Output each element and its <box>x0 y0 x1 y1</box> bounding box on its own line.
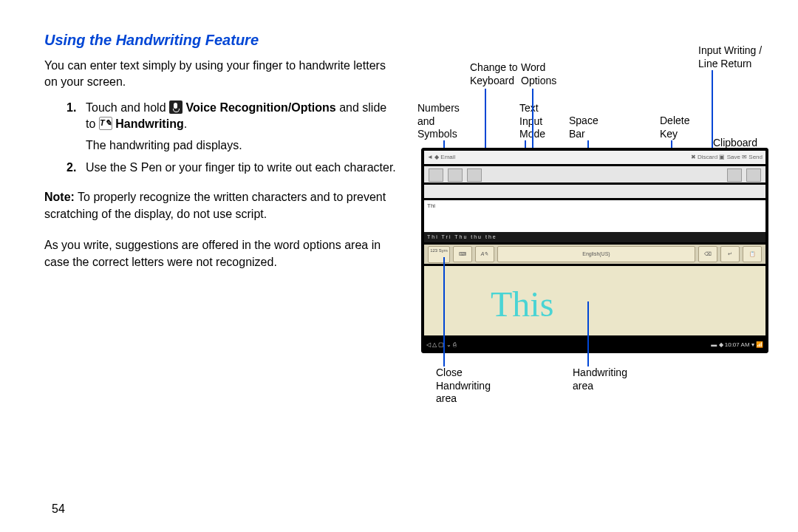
format-toolbar <box>424 185 765 198</box>
word-suggestions: Thi Tri Thu thu the <box>424 232 765 242</box>
label-space-bar: Space Bar <box>569 115 606 140</box>
keyboard-button: ⌨ <box>453 246 472 262</box>
email-nav-left: ◄ ◆ Email <box>427 151 455 164</box>
step-subtext: The handwriting pad displays. <box>86 137 399 154</box>
toolbar-button <box>448 168 463 182</box>
label-change-keyboard: Change to Keyboard <box>470 61 518 87</box>
label-numbers-symbols: Numbers and Symbols <box>417 102 462 141</box>
step-text: Use the S Pen or your finger tip to writ… <box>86 160 399 176</box>
toolbar-button <box>727 168 742 182</box>
sym-button: 123 Sym <box>428 246 450 263</box>
nav-left: ◁ △ ▢ ⌄ ⎙ <box>426 338 457 352</box>
device-screenshot: ◄ ◆ Email ✖ Discard ▣ Save ✉ Send Thi Th… <box>421 148 768 353</box>
label-input-writing: Input Writing / Line Return <box>698 44 772 70</box>
toolbar-button <box>746 168 761 182</box>
step-number: 2. <box>66 160 86 176</box>
nav-right: ▬ ◆ 10:07 AM ▾ 📶 <box>711 338 763 352</box>
handwriting-area: This <box>424 266 765 335</box>
paragraph: As you write, suggestions are offered in… <box>44 237 399 270</box>
mic-icon <box>169 100 183 114</box>
label-text-input-mode: Text Input Mode <box>519 102 553 141</box>
keyboard-option-bar: 123 Sym ⌨ A✎ English(US) ⌫ ↵ 📋 <box>424 245 765 264</box>
label-handwriting-area: Handwriting area <box>573 366 639 392</box>
email-body: Thi <box>424 200 765 233</box>
email-top-bar: ◄ ◆ Email ✖ Discard ▣ Save ✉ Send <box>424 151 765 164</box>
attachment-toolbar <box>424 166 765 183</box>
note-block: Note: To properly recognize the written … <box>44 189 399 222</box>
step-1: 1. Touch and hold Voice Recognition/Opti… <box>66 100 399 154</box>
handwritten-text: This <box>491 279 553 329</box>
clipboard-button: 📋 <box>743 246 762 262</box>
return-button: ↵ <box>720 246 740 262</box>
delete-button: ⌫ <box>698 246 717 262</box>
voice-recognition-label: Voice Recognition/Options <box>185 101 335 114</box>
diagram-column: Numbers and Symbols Change to Keyboard W… <box>421 30 776 412</box>
label-word-options: Word Options <box>521 61 562 87</box>
note-label: Note: <box>44 191 75 203</box>
callout-labels-bottom: Close Handwriting area Handwriting area <box>421 353 776 412</box>
handwriting-label: Handwriting <box>115 117 183 130</box>
section-heading: Using the Handwriting Feature <box>44 30 399 50</box>
step-text: Touch and hold Voice Recognition/Options… <box>86 100 399 154</box>
email-actions-right: ✖ Discard ▣ Save ✉ Send <box>691 151 763 164</box>
toolbar-button <box>467 168 482 182</box>
label-delete-key: Delete Key <box>660 115 697 140</box>
note-text: To properly recognize the written charac… <box>44 191 386 219</box>
handwriting-icon: T✎ <box>99 117 112 130</box>
input-mode-button: A✎ <box>475 246 494 262</box>
space-bar-button: English(US) <box>497 246 695 262</box>
step-2: 2. Use the S Pen or your finger tip to w… <box>66 160 399 176</box>
label-close-handwriting: Close Handwriting area <box>436 366 502 406</box>
page-number: 54 <box>52 501 65 517</box>
step-number: 1. <box>66 100 86 154</box>
text-column: Using the Handwriting Feature You can en… <box>44 30 399 412</box>
system-nav-bar: ◁ △ ▢ ⌄ ⎙ ▬ ◆ 10:07 AM ▾ 📶 <box>422 338 768 352</box>
toolbar-button <box>429 168 443 182</box>
intro-text: You can enter text simply by using your … <box>44 58 399 91</box>
callout-labels-top: Numbers and Symbols Change to Keyboard W… <box>421 30 776 148</box>
